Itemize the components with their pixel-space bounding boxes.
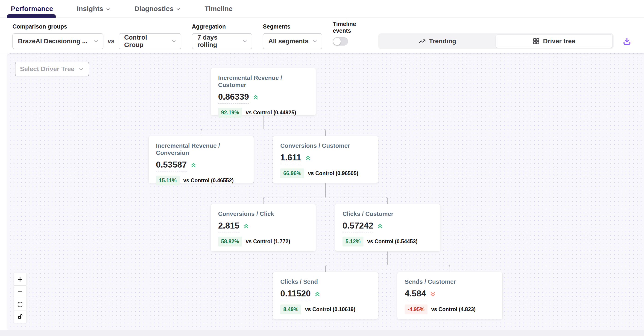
node-value[interactable]: 2.815	[218, 221, 240, 232]
comparison-secondary-dropdown[interactable]: Control Group	[118, 33, 181, 49]
node-title: Sends / Customer	[405, 278, 495, 285]
download-button[interactable]	[622, 36, 632, 47]
chevrons-up-icon	[314, 291, 321, 299]
node-value[interactable]: 4.584	[405, 289, 426, 300]
node-title: Clicks / Customer	[342, 210, 433, 218]
node-vs-control: vs Control (1.772)	[246, 238, 290, 245]
toggle-knob	[333, 38, 341, 45]
aggregation-group: Aggregation 7 days rolling	[192, 23, 252, 49]
fit-view-icon	[17, 301, 23, 307]
comparison-groups-label: Comparison groups	[12, 23, 181, 30]
node-delta-badge: 66.96%	[280, 168, 304, 178]
timeline-events-group: Timeline events	[333, 21, 368, 49]
trending-label: Trending	[429, 37, 456, 45]
chevron-down-icon	[93, 38, 99, 44]
tab-timeline[interactable]: Timeline	[204, 5, 232, 13]
view-controls: Trending Driver tree	[378, 33, 632, 49]
chevron-down-icon	[242, 38, 248, 44]
node-delta-badge: -4.95%	[405, 305, 428, 314]
canvas-zoom-controls	[14, 273, 26, 323]
node-delta-badge: 5.12%	[342, 237, 364, 247]
metric-node-card[interactable]: Clicks / Send 0.11520 8.49% vs Control (…	[273, 272, 378, 320]
chevrons-up-icon	[376, 223, 384, 231]
node-title: Incremental Revenue / Customer	[218, 74, 308, 89]
comparison-primary-dropdown[interactable]: BrazeAI Decisioning ...	[12, 33, 104, 49]
timeline-events-label: Timeline events	[333, 21, 368, 34]
chevrons-down-icon	[429, 291, 437, 299]
node-delta-badge: 92.19%	[218, 108, 242, 118]
metric-node-card[interactable]: Sends / Customer 4.584 -4.95% vs Control…	[397, 272, 502, 320]
zoom-in-button[interactable]	[14, 273, 26, 286]
chevron-down-icon	[78, 66, 84, 72]
metric-node-card[interactable]: Conversions / Click 2.815 58.82% vs Cont…	[210, 204, 316, 252]
node-title: Conversions / Customer	[280, 142, 370, 149]
chevron-down-icon	[171, 38, 177, 44]
download-icon	[622, 37, 631, 45]
chevrons-up-icon	[242, 223, 250, 231]
timeline-events-toggle[interactable]	[333, 37, 348, 45]
node-delta-badge: 8.49%	[280, 305, 301, 314]
node-value[interactable]: 0.53587	[156, 160, 187, 171]
aggregation-value: 7 days rolling	[198, 34, 239, 48]
driver-tree-label: Driver tree	[543, 37, 575, 45]
tab-diagnostics[interactable]: Diagnostics	[134, 5, 181, 13]
view-mode-segmented-control: Trending Driver tree	[378, 33, 614, 49]
toolbar: Comparison groups BrazeAI Decisioning ..…	[0, 18, 644, 53]
node-value[interactable]: 0.57242	[342, 221, 373, 232]
chevron-down-icon	[176, 7, 181, 12]
tab-insights[interactable]: Insights	[77, 5, 110, 13]
node-value[interactable]: 0.11520	[280, 289, 311, 300]
aggregation-dropdown[interactable]: 7 days rolling	[192, 33, 252, 49]
chevrons-up-icon	[304, 155, 312, 162]
metric-node-card[interactable]: Incremental Revenue / Conversion 0.53587…	[148, 136, 254, 183]
top-nav: Performance Insights Diagnostics Timelin…	[0, 0, 644, 18]
comparison-secondary-value: Control Group	[124, 34, 168, 48]
tab-performance[interactable]: Performance	[11, 5, 53, 13]
node-vs-control: vs Control (0.46552)	[183, 177, 234, 184]
chevrons-up-icon	[252, 94, 260, 102]
comparison-primary-value: BrazeAI Decisioning ...	[18, 37, 88, 45]
node-vs-control: vs Control (0.54453)	[367, 238, 418, 245]
driver-tree-canvas[interactable]: Select Driver Tree Incremental Revenue /…	[7, 53, 644, 330]
node-value[interactable]: 1.611	[280, 153, 301, 164]
node-vs-control: vs Control (0.44925)	[246, 110, 296, 116]
node-value[interactable]: 0.86339	[218, 92, 249, 104]
chevron-down-icon	[106, 7, 110, 12]
metric-node-card[interactable]: Incremental Revenue / Customer 0.86339 9…	[210, 68, 316, 115]
comparison-groups-group: Comparison groups BrazeAI Decisioning ..…	[12, 23, 181, 49]
tab-diagnostics-label: Diagnostics	[134, 5, 174, 13]
segments-value: All segments	[268, 37, 308, 45]
segments-dropdown[interactable]: All segments	[263, 33, 322, 49]
plus-icon	[17, 276, 23, 282]
node-delta-badge: 15.11%	[156, 176, 180, 186]
node-title: Incremental Revenue / Conversion	[156, 142, 246, 156]
zoom-out-button[interactable]	[14, 285, 26, 298]
view-option-trending[interactable]: Trending	[379, 34, 496, 48]
page-footer-strip	[0, 330, 644, 336]
node-delta-badge: 58.82%	[218, 237, 242, 247]
select-driver-tree-placeholder: Select Driver Tree	[20, 65, 75, 73]
tab-performance-label: Performance	[11, 5, 53, 13]
node-vs-control: vs Control (4.823)	[431, 306, 476, 313]
tab-insights-label: Insights	[77, 5, 103, 13]
node-vs-control: vs Control (0.10619)	[305, 306, 356, 313]
vs-label: vs	[108, 38, 114, 45]
lock-open-icon	[17, 314, 23, 320]
segments-group: Segments All segments	[263, 23, 322, 49]
metric-node-card[interactable]: Clicks / Customer 0.57242 5.12% vs Contr…	[335, 204, 440, 252]
minus-icon	[17, 289, 23, 295]
node-title: Conversions / Click	[218, 210, 308, 218]
lock-toggle-button[interactable]	[14, 310, 26, 323]
trending-up-icon	[419, 38, 426, 45]
select-driver-tree-dropdown[interactable]: Select Driver Tree	[15, 62, 89, 76]
grid-icon	[533, 38, 540, 45]
chevron-down-icon	[312, 38, 318, 44]
aggregation-label: Aggregation	[192, 23, 252, 30]
metric-node-card[interactable]: Conversions / Customer 1.611 66.96% vs C…	[273, 136, 378, 183]
node-vs-control: vs Control (0.96505)	[308, 170, 358, 177]
fit-view-button[interactable]	[14, 298, 26, 311]
view-option-driver-tree[interactable]: Driver tree	[496, 34, 612, 48]
chevrons-up-icon	[190, 162, 198, 170]
segments-label: Segments	[263, 23, 322, 30]
node-title: Clicks / Send	[280, 278, 370, 285]
